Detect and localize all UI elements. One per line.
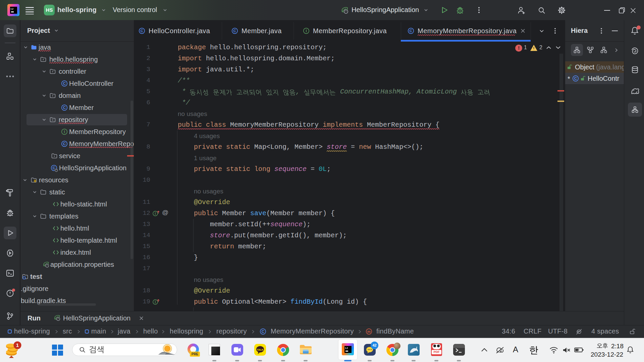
- svg-text:I: I: [155, 212, 156, 216]
- svg-text:C: C: [574, 76, 577, 80]
- svg-text:C: C: [262, 329, 264, 334]
- svg-text:C: C: [63, 142, 66, 146]
- svg-text:I: I: [155, 300, 156, 304]
- svg-text:I: I: [64, 130, 65, 134]
- svg-text:1: 1: [16, 342, 19, 348]
- svg-text:C: C: [233, 29, 236, 33]
- svg-text:I: I: [306, 29, 307, 33]
- svg-text:C: C: [141, 29, 143, 33]
- svg-text:m: m: [367, 329, 371, 334]
- svg-text:C: C: [63, 81, 66, 85]
- svg-text:TALK: TALK: [257, 348, 264, 351]
- svg-text:C: C: [410, 29, 412, 33]
- svg-text:C: C: [63, 106, 66, 110]
